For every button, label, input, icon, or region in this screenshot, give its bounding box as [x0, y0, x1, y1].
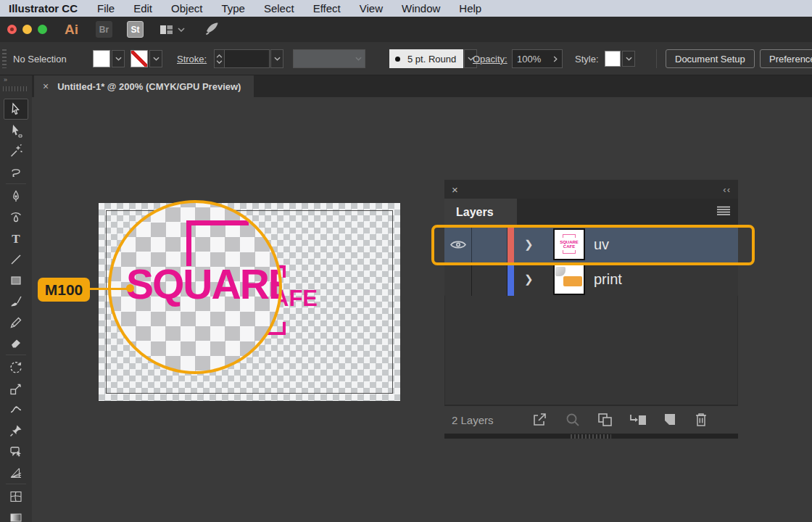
delete-layer-icon[interactable] [694, 412, 708, 431]
layer-expand-chevron[interactable]: ❯ [524, 273, 534, 286]
menu-file[interactable]: File [97, 2, 115, 14]
eraser-tool[interactable] [4, 333, 28, 354]
line-segment-tool[interactable] [4, 249, 28, 270]
eye-icon [450, 240, 466, 249]
panel-resize-strip[interactable] [444, 434, 738, 439]
menu-app-name[interactable]: Illustrator CC [9, 2, 78, 14]
chevron-down-icon [115, 57, 122, 61]
layer-visibility-toggle[interactable] [444, 262, 472, 296]
thumbnail-orange-card [563, 276, 582, 286]
fill-color-swatch[interactable] [93, 42, 110, 75]
illustrator-window: Illustrator CC File Edit Object Type Sel… [0, 0, 812, 522]
clipping-mask-icon[interactable] [597, 412, 614, 431]
stroke-weight-stepper[interactable] [214, 42, 225, 75]
menu-window[interactable]: Window [402, 2, 440, 14]
pencil-tool[interactable] [4, 312, 28, 333]
style-swatch[interactable] [605, 42, 621, 75]
gradient-tool[interactable] [4, 507, 28, 522]
layer-name-uv[interactable]: uv [594, 236, 609, 253]
width-tool[interactable] [4, 399, 28, 420]
rectangle-tool[interactable] [4, 270, 28, 291]
menu-object[interactable]: Object [171, 2, 202, 14]
thumbnail-bracket [563, 250, 576, 254]
window-title-bar: Ai Br St [0, 17, 812, 42]
opacity-field[interactable]: 100% [512, 42, 563, 75]
magnified-logo-text: SQUARE [126, 264, 282, 305]
stroke-color-swatch[interactable] [130, 42, 148, 75]
panel-menu-icon[interactable] [716, 206, 731, 219]
arrange-documents-button[interactable] [160, 23, 185, 36]
new-layer-icon[interactable] [662, 412, 678, 431]
menu-type[interactable]: Type [221, 2, 245, 14]
layer-thumbnail-print[interactable] [553, 263, 585, 295]
layer-row-uv[interactable]: ❯ SQUARE CAFE uv [444, 226, 738, 262]
stroke-color-dropdown[interactable] [149, 42, 162, 75]
preferences-button[interactable]: Preferences [760, 42, 812, 75]
menu-edit[interactable]: Edit [133, 2, 152, 14]
toolbar-expand-icon[interactable]: » [4, 76, 8, 83]
close-panel-icon[interactable]: × [452, 183, 458, 196]
layer-thumbnail-uv[interactable]: SQUARE CAFE [553, 228, 585, 260]
layers-list-empty-area [444, 296, 738, 406]
curvature-tool[interactable] [4, 207, 28, 228]
menu-select[interactable]: Select [264, 2, 294, 14]
type-tool[interactable]: T [4, 228, 28, 249]
close-document-icon[interactable]: × [43, 80, 49, 92]
stroke-weight-label[interactable]: Stroke: [177, 42, 207, 75]
layer-lock-toggle[interactable] [472, 226, 508, 262]
locate-object-icon[interactable] [565, 412, 581, 431]
control-bar: No Selection Stroke: 5 pt. Round Opacity… [0, 42, 812, 75]
document-tab[interactable]: × Untitled-1* @ 200% (CMYK/GPU Preview) [34, 75, 254, 97]
collapse-panel-icon[interactable]: ‹‹ [723, 184, 731, 195]
chevron-down-icon [626, 57, 632, 61]
puppet-warp-tool[interactable] [4, 420, 28, 441]
menu-view[interactable]: View [360, 2, 383, 14]
thumbnail-logo-text: SQUARE CAFE [555, 240, 584, 249]
scale-tool[interactable] [4, 378, 28, 399]
fill-color-dropdown[interactable] [111, 42, 125, 75]
logo-bracket-bottom-right [283, 322, 286, 335]
chevron-up-icon [216, 54, 223, 58]
new-sublayer-icon[interactable] [629, 412, 647, 431]
magic-wand-tool[interactable] [4, 141, 28, 162]
zoom-window-button[interactable] [38, 25, 47, 34]
style-dropdown[interactable] [621, 42, 635, 75]
stroke-weight-field[interactable] [225, 42, 270, 75]
thumbnail-gray-shape [555, 267, 566, 276]
mesh-tool[interactable] [4, 486, 28, 507]
close-window-button[interactable] [7, 25, 17, 34]
layers-panel-header: × ‹‹ [444, 180, 738, 199]
menu-effect[interactable]: Effect [313, 2, 341, 14]
brush-preset-select[interactable]: 5 pt. Round [389, 42, 477, 75]
direct-selection-tool[interactable] [4, 120, 28, 141]
toolbar-header[interactable]: » [0, 75, 32, 97]
collect-for-export-icon[interactable] [531, 412, 547, 431]
layer-lock-toggle[interactable] [472, 262, 508, 296]
shape-builder-tool[interactable] [4, 441, 28, 462]
stroke-weight-dropdown[interactable] [270, 42, 283, 75]
adobe-stock-button[interactable]: St [127, 21, 144, 38]
layer-row-print[interactable]: ❯ print [444, 262, 738, 296]
minimize-window-button[interactable] [22, 25, 32, 34]
opacity-label[interactable]: Opacity: [473, 42, 508, 75]
toolbar-grip[interactable] [3, 86, 29, 91]
selection-status: No Selection [13, 42, 67, 75]
bridge-button[interactable]: Br [96, 21, 112, 38]
tab-layers[interactable]: Layers [444, 199, 517, 226]
panel-resize-grip[interactable] [571, 434, 611, 439]
lasso-tool[interactable] [4, 162, 28, 183]
layer-name-print[interactable]: print [594, 271, 622, 288]
layer-visibility-toggle[interactable] [444, 226, 472, 262]
gpu-performance-rocket-icon[interactable] [204, 21, 220, 38]
pen-tool[interactable] [4, 186, 28, 207]
menu-help[interactable]: Help [459, 2, 481, 14]
selection-tool[interactable] [4, 99, 28, 120]
perspective-grid-tool[interactable] [4, 462, 28, 483]
control-bar-grip[interactable] [2, 42, 8, 75]
arrange-documents-icon [160, 23, 173, 36]
paintbrush-tool[interactable] [4, 291, 28, 312]
rotate-tool[interactable] [4, 357, 28, 378]
layer-color-stripe [508, 262, 514, 296]
document-setup-button[interactable]: Document Setup [666, 42, 755, 75]
layer-expand-chevron[interactable]: ❯ [524, 238, 534, 251]
